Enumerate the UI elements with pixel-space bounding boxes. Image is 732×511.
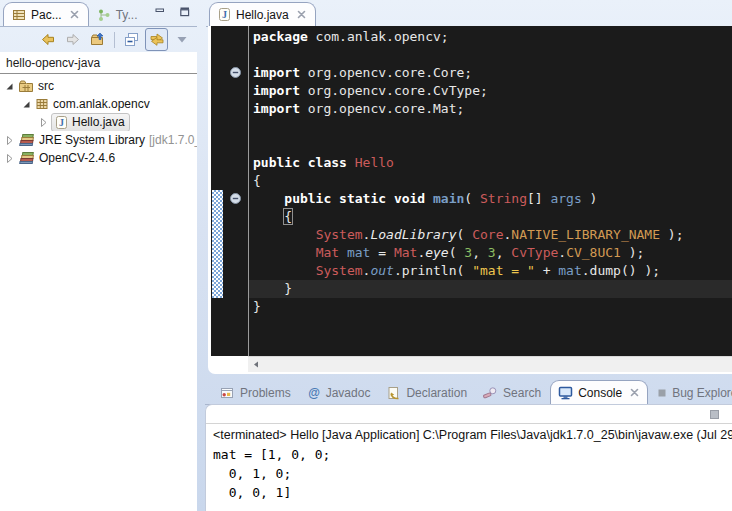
- bottom-tab-declaration[interactable]: Declaration: [379, 381, 474, 404]
- bottom-tab-console[interactable]: Console: [550, 380, 648, 405]
- code-token: [347, 155, 355, 170]
- code-line-8[interactable]: public class Hello: [253, 154, 732, 172]
- tab-label: Pac...: [31, 8, 62, 22]
- code-line-13[interactable]: Mat mat = Mat.eye( 3, 3, CvType.CV_8UC1 …: [253, 244, 732, 262]
- tree-item-opencv-2-4-6[interactable]: OpenCV-2.4.6: [0, 149, 197, 167]
- fold-minus-icon[interactable]: [229, 66, 242, 79]
- code-token: public static void: [284, 191, 425, 206]
- sidebar-tab-ty[interactable]: Ty...: [89, 3, 146, 26]
- code-editor[interactable]: package com.anlak.opencv;import org.open…: [249, 26, 732, 356]
- code-token: (: [449, 245, 465, 260]
- tree-closed-arrow[interactable]: [4, 135, 17, 146]
- bottom-tab-bug-explorer[interactable]: Bug Explorer: [650, 381, 732, 404]
- console-output[interactable]: mat = [1, 0, 0; 0, 1, 0; 0, 0, 1]: [206, 444, 732, 503]
- tree-item-src[interactable]: src: [0, 77, 197, 95]
- code-line-12[interactable]: System.LoadLibrary( Core.NATIVE_LIBRARY_…: [253, 226, 732, 244]
- editor-tabstrip: JHello.java: [206, 0, 732, 27]
- code-token: [253, 209, 284, 224]
- tree-open-arrow[interactable]: [21, 99, 34, 110]
- package-explorer-content: hello-opencv-java srccom.anlak.opencvJHe…: [0, 52, 197, 511]
- code-token: =: [370, 245, 393, 260]
- tree-open-arrow[interactable]: [4, 81, 17, 92]
- up-button[interactable]: [86, 28, 109, 51]
- back-button[interactable]: [36, 28, 59, 51]
- code-line-3[interactable]: import org.opencv.core.Core;: [253, 64, 732, 82]
- scroll-left-icon[interactable]: [251, 359, 261, 370]
- code-line-2[interactable]: [253, 46, 732, 64]
- bottom-tabstrip: Problems@JavadocDeclarationSearchConsole…: [205, 378, 732, 405]
- maximize-button[interactable]: [178, 5, 192, 19]
- code-token: );: [637, 263, 660, 278]
- code-token: 3: [464, 245, 472, 260]
- tree-item-com-anlak-opencv[interactable]: com.anlak.opencv: [0, 95, 197, 113]
- tree-item-hello-java[interactable]: JHello.java: [0, 113, 197, 131]
- code-line-11[interactable]: {: [253, 208, 732, 226]
- code-token: com.anlak.opencv;: [308, 29, 449, 44]
- console-body: <terminated> Hello [Java Application] C:…: [205, 404, 732, 511]
- declaration-icon: [386, 386, 401, 400]
- collapse-all-button[interactable]: [120, 28, 143, 51]
- view-window-buttons: [153, 5, 192, 19]
- code-line-9[interactable]: {: [253, 172, 732, 190]
- code-token: 3: [488, 245, 496, 260]
- code-token: import: [253, 65, 300, 80]
- code-token: +: [535, 263, 558, 278]
- code-token: package: [253, 29, 308, 44]
- close-icon[interactable]: [629, 387, 640, 398]
- svg-text:@: @: [308, 386, 320, 400]
- svg-text:J: J: [59, 117, 64, 128]
- code-token: org.opencv.core.CvType;: [300, 83, 488, 98]
- tree-item-label: Hello.java: [72, 115, 125, 129]
- code-line-14[interactable]: System.out.println( "mat = " + mat.dump(…: [253, 262, 732, 280]
- folding-column: [224, 26, 249, 356]
- view-menu-icon: [176, 35, 188, 44]
- code-line-16[interactable]: }: [253, 298, 732, 316]
- code-line-5[interactable]: import org.opencv.core.Mat;: [253, 100, 732, 118]
- library-icon: [18, 151, 35, 165]
- tree-item-jre-system-library[interactable]: JRE System Library[jdk1.7.0_25]: [0, 131, 197, 149]
- sidebar-tab-pac[interactable]: Pac...: [3, 2, 89, 27]
- library-icon: [18, 133, 35, 147]
- minimize-button[interactable]: [153, 5, 167, 19]
- project-root-label: hello-opencv-java: [0, 52, 197, 74]
- code-token: .: [394, 263, 402, 278]
- tree-item-decoration: [jdk1.7.0_25]: [149, 133, 197, 147]
- terminate-button[interactable]: [709, 409, 720, 420]
- code-token: NATIVE_LIBRARY_NAME: [511, 227, 660, 242]
- code-token: public class: [253, 155, 347, 170]
- code-line-15[interactable]: }: [249, 280, 732, 298]
- code-token: .: [558, 245, 566, 260]
- bottom-tab-search[interactable]: Search: [476, 381, 548, 404]
- src-folder-icon: [18, 79, 34, 93]
- tree-closed-arrow[interactable]: [38, 117, 51, 128]
- code-token: ,: [496, 245, 512, 260]
- tree-closed-icon: [4, 153, 15, 164]
- code-token: .: [582, 263, 590, 278]
- tab-label: Ty...: [116, 8, 138, 22]
- code-line-10[interactable]: public static void main( String[] args ): [253, 190, 732, 208]
- back-icon: [40, 32, 56, 47]
- search-icon: [483, 386, 498, 400]
- code-token: mat: [558, 263, 581, 278]
- fold-minus-icon[interactable]: [229, 192, 242, 205]
- link-with-editor-button[interactable]: [145, 28, 168, 51]
- close-icon[interactable]: [296, 9, 307, 20]
- horizontal-scrollbar[interactable]: [248, 356, 732, 372]
- tree-closed-arrow[interactable]: [4, 153, 17, 164]
- editor-tab-hello-java[interactable]: JHello.java: [209, 2, 316, 27]
- bottom-tab-problems[interactable]: Problems: [213, 381, 298, 404]
- code-line-7[interactable]: [253, 136, 732, 154]
- code-line-1[interactable]: package com.anlak.opencv;: [253, 28, 732, 46]
- code-token: System: [316, 227, 363, 242]
- code-token: println: [402, 263, 457, 278]
- java-file-icon: J: [55, 115, 68, 130]
- bottom-tab-javadoc[interactable]: @Javadoc: [300, 381, 378, 404]
- code-line-6[interactable]: [253, 118, 732, 136]
- forward-button[interactable]: [61, 28, 84, 51]
- code-line-4[interactable]: import org.opencv.core.CvType;: [253, 82, 732, 100]
- annotation-ruler[interactable]: [211, 26, 224, 356]
- code-token: [425, 191, 433, 206]
- code-token: }: [253, 281, 292, 296]
- view-menu-button[interactable]: [170, 28, 193, 51]
- close-icon[interactable]: [69, 9, 80, 20]
